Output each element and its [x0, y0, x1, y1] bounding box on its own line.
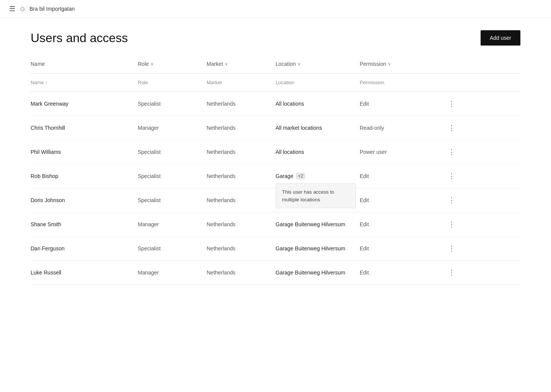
cell-role: Manager — [138, 221, 207, 227]
topbar-location-label: Bra bil Importgatan — [29, 6, 75, 12]
location-badge: Garage+2 — [276, 173, 305, 180]
table-row: Mark GreenwaySpecialistNetherlandsAll lo… — [31, 92, 520, 116]
cell-role: Manager — [138, 125, 207, 131]
table-body: Mark GreenwaySpecialistNetherlandsAll lo… — [31, 92, 520, 285]
cell-role: Specialist — [138, 197, 207, 203]
market-chevron-icon: ∨ — [225, 61, 228, 67]
cell-permission: Edit — [360, 270, 444, 276]
cell-name: Phil Williams — [31, 149, 138, 155]
cell-name: Chris Thornhill — [31, 125, 138, 131]
filter-location-label: Location — [276, 61, 296, 67]
location-tooltip-box: This user has access to multiple locatio… — [276, 183, 356, 208]
header-permission: Permission — [360, 80, 444, 85]
cell-market: Netherlands — [207, 197, 276, 203]
header-location-label: Location — [276, 80, 294, 85]
filter-row: Name Role ∨ Market ∨ Location ∨ Permissi… — [31, 55, 520, 74]
name-sort-icon[interactable]: ↑ — [46, 80, 48, 85]
cell-permission: Read-only — [360, 125, 444, 131]
cell-name: Luke Russell — [31, 270, 138, 276]
location-chevron-icon: ∨ — [297, 61, 301, 67]
table-row: Chris ThornhillManagerNetherlandsAll mar… — [31, 116, 520, 140]
cell-market: Netherlands — [207, 173, 276, 179]
location-tooltip-wrapper: Garage+2This user has access to multiple… — [276, 173, 360, 180]
table-row: Luke RussellManagerNetherlandsGarage Bui… — [31, 261, 520, 285]
cell-permission: Power user — [360, 149, 444, 155]
cell-market: Netherlands — [207, 149, 276, 155]
filter-market-label: Market — [207, 61, 223, 67]
header-market-label: Market — [207, 80, 222, 85]
table-row: Shane SmithManagerNetherlandsGarage Buit… — [31, 212, 520, 237]
more-options-button[interactable]: ⋮ — [444, 196, 459, 204]
filter-market[interactable]: Market ∨ — [207, 61, 276, 67]
more-options-button[interactable]: ⋮ — [444, 124, 459, 132]
page-title: Users and access — [31, 31, 128, 45]
header-location: Location — [276, 80, 360, 85]
table-row: Phil WilliamsSpecialistNetherlandsAll lo… — [31, 140, 520, 164]
cell-permission: Edit — [360, 245, 444, 252]
filter-permission-label: Permission — [360, 61, 386, 67]
add-user-button[interactable]: Add user — [481, 30, 520, 46]
cell-permission: Edit — [360, 197, 444, 203]
cell-market: Netherlands — [207, 125, 276, 131]
cell-market: Netherlands — [207, 245, 276, 252]
more-options-button[interactable]: ⋮ — [444, 100, 459, 108]
header-market: Market — [207, 80, 276, 85]
header-role: Role — [138, 80, 207, 85]
cell-role: Manager — [138, 270, 207, 276]
cell-location: Garage+2This user has access to multiple… — [276, 173, 360, 180]
topbar: ☰ ⊙ Bra bil Importgatan — [0, 0, 551, 18]
cell-name: Rob Bishop — [31, 173, 138, 179]
cell-location: All locations — [276, 101, 360, 107]
filter-name-label: Name — [31, 61, 45, 67]
table-container: Name Role ∨ Market ∨ Location ∨ Permissi… — [0, 55, 551, 285]
location-pin-icon: ⊙ — [20, 5, 25, 13]
cell-permission: Edit — [360, 221, 444, 227]
cell-role: Specialist — [138, 149, 207, 155]
cell-role: Specialist — [138, 101, 207, 107]
cell-location: Garage Buitenweg Hilversum — [276, 221, 360, 227]
page-header: Users and access Add user — [0, 18, 551, 55]
cell-market: Netherlands — [207, 101, 276, 107]
cell-role: Specialist — [138, 173, 207, 179]
cell-market: Netherlands — [207, 270, 276, 276]
cell-name: Mark Greenway — [31, 101, 138, 107]
filter-location[interactable]: Location ∨ — [276, 61, 360, 67]
table-header-row: Name ↑ Role Market Location Permission — [31, 74, 520, 92]
cell-location: All locations — [276, 149, 360, 155]
header-permission-label: Permission — [360, 80, 384, 85]
cell-location: Garage Buitenweg Hilversum — [276, 270, 360, 276]
cell-name: Shane Smith — [31, 221, 138, 227]
header-role-label: Role — [138, 80, 148, 85]
filter-role[interactable]: Role ∨ — [138, 61, 207, 67]
table-row: Dan FergusonSpecialistNetherlandsGarage … — [31, 237, 520, 261]
header-name: Name ↑ — [31, 80, 138, 85]
cell-name: Dan Ferguson — [31, 245, 138, 252]
filter-role-label: Role — [138, 61, 149, 67]
hamburger-icon[interactable]: ☰ — [9, 5, 15, 13]
table-row: Rob BishopSpecialistNetherlandsGarage+2T… — [31, 164, 520, 188]
filter-name[interactable]: Name — [31, 61, 138, 67]
filter-permission[interactable]: Permission ∨ — [360, 61, 444, 67]
cell-permission: Edit — [360, 173, 444, 179]
permission-chevron-icon: ∨ — [388, 61, 391, 67]
more-options-button[interactable]: ⋮ — [444, 268, 459, 277]
cell-name: Doris Johnson — [31, 197, 138, 203]
header-name-label: Name — [31, 80, 44, 85]
more-options-button[interactable]: ⋮ — [444, 244, 459, 253]
role-chevron-icon: ∨ — [150, 61, 154, 67]
location-text: Garage — [276, 173, 293, 179]
cell-permission: Edit — [360, 101, 444, 107]
more-options-button[interactable]: ⋮ — [444, 148, 459, 156]
more-options-button[interactable]: ⋮ — [444, 220, 459, 229]
cell-location: All market locations — [276, 125, 360, 131]
more-options-button[interactable]: ⋮ — [444, 172, 459, 180]
cell-market: Netherlands — [207, 221, 276, 227]
location-plus-badge: +2 — [296, 173, 306, 180]
cell-location: Garage Buitenweg Hilversum — [276, 245, 360, 252]
cell-role: Specialist — [138, 245, 207, 252]
